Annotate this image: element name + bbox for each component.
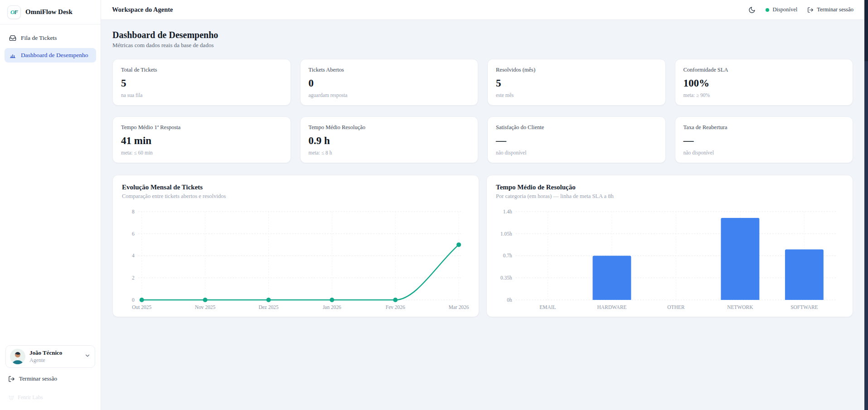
line-chart-subtitle: Comparação entre tickets abertos e resol…: [122, 193, 470, 200]
footer-brand: Fenrir Labs: [5, 390, 95, 406]
bar-network: [721, 218, 759, 300]
svg-text:HARDWARE: HARDWARE: [597, 304, 627, 310]
stat-card-label: Tempo Médio 1ª Resposta: [121, 124, 282, 131]
theme-toggle-button[interactable]: [748, 6, 756, 14]
svg-text:6: 6: [132, 231, 135, 236]
stat-card-value: 5: [121, 78, 282, 88]
stat-card-sub: não disponível: [684, 150, 845, 155]
header-logout-button[interactable]: Terminar sessão: [807, 6, 853, 13]
sidebar-bottom: João Técnico Agente Terminar sessão Fenr…: [0, 341, 101, 410]
logout-icon: [8, 376, 15, 382]
svg-text:Nov 2025: Nov 2025: [195, 304, 216, 310]
stat-card: Satisfação do Cliente—não disponível: [487, 116, 666, 163]
avatar: [10, 349, 25, 364]
brand: OF OmniFlow Desk: [0, 0, 101, 24]
sidebar-nav: Fila de TicketsDashboard de Desempenho: [0, 24, 101, 69]
header-logout-label: Terminar sessão: [817, 6, 853, 13]
line-chart-title: Evolução Mensal de Tickets: [122, 183, 470, 191]
svg-text:Dez 2025: Dez 2025: [258, 304, 278, 310]
moon-icon: [748, 6, 756, 14]
svg-text:SOFTWARE: SOFTWARE: [790, 304, 818, 310]
charts-grid: Evolução Mensal de Tickets Comparação en…: [112, 175, 853, 317]
stat-card: Tempo Médio Resolução0.9 hmeta: ≤ 8 h: [300, 116, 479, 163]
stat-card-sub: meta: ≥ 90%: [684, 92, 845, 98]
topbar-actions: Disponível Terminar sessão: [748, 6, 853, 14]
bar-chart-title: Tempo Médio de Resolução: [496, 183, 844, 191]
stat-card-label: Conformidade SLA: [684, 67, 845, 73]
app-window: OF OmniFlow Desk Fila de TicketsDashboar…: [0, 0, 864, 410]
page-subtitle: Métricas com dados reais da base de dado…: [112, 42, 853, 49]
stat-card-value: 100%: [684, 78, 845, 88]
line-chart-panel: Evolução Mensal de Tickets Comparação en…: [112, 175, 479, 317]
stat-card: Total de Tickets5na sua fila: [112, 59, 291, 106]
svg-text:OTHER: OTHER: [667, 304, 684, 310]
stat-card-value: 0: [309, 78, 470, 88]
svg-text:NETWORK: NETWORK: [727, 304, 753, 310]
user-menu[interactable]: João Técnico Agente: [5, 345, 95, 368]
stat-card-label: Taxa de Reabertura: [684, 124, 845, 131]
svg-text:0.7h: 0.7h: [503, 253, 512, 258]
topbar: Workspace do Agente Disponível Terminar …: [101, 0, 864, 20]
logout-icon: [807, 7, 814, 13]
stat-card-value: 5: [496, 78, 657, 88]
sidebar-logout-label: Terminar sessão: [19, 375, 57, 382]
svg-text:1.4h: 1.4h: [503, 209, 512, 214]
sidebar-logout-button[interactable]: Terminar sessão: [5, 373, 95, 384]
sidebar-item-label: Dashboard de Desempenho: [21, 52, 88, 59]
user-meta: João Técnico Agente: [29, 349, 80, 363]
bar-chart-icon: [9, 52, 16, 59]
stat-card-value: —: [496, 135, 657, 146]
availability-status[interactable]: Disponível: [766, 6, 797, 13]
stat-card: Conformidade SLA100%meta: ≥ 90%: [675, 59, 853, 106]
stat-cards-grid: Total de Tickets5na sua filaTickets Aber…: [112, 59, 853, 163]
stat-card-value: —: [684, 135, 845, 146]
stat-card-sub: meta: ≤ 8 h: [309, 150, 470, 155]
bar-chart-panel: Tempo Médio de Resolução Por categoria (…: [486, 175, 853, 317]
svg-text:EMAIL: EMAIL: [539, 304, 556, 310]
svg-text:Mar 2026: Mar 2026: [449, 304, 469, 310]
svg-text:2: 2: [132, 275, 135, 280]
sidebar: OF OmniFlow Desk Fila de TicketsDashboar…: [0, 0, 101, 410]
svg-text:0h: 0h: [507, 297, 512, 303]
svg-text:4: 4: [132, 253, 135, 258]
stat-card-label: Total de Tickets: [121, 67, 282, 73]
stat-card-label: Satisfação do Cliente: [496, 124, 657, 131]
content: Dashboard de Desempenho Métricas com dad…: [101, 20, 864, 410]
stat-card-sub: na sua fila: [121, 92, 282, 98]
bar-chart-subtitle: Por categoria (em horas) — linha de meta…: [496, 193, 844, 200]
sidebar-item-fila-de-tickets[interactable]: Fila de Tickets: [5, 31, 96, 45]
stat-card: Taxa de Reabertura—não disponível: [675, 116, 853, 163]
stat-card-label: Tickets Abertos: [309, 67, 470, 73]
bar-chart: 0h0.35h0.7h1.05h1.4hEMAILHARDWAREOTHERNE…: [496, 206, 844, 313]
svg-text:0: 0: [132, 297, 135, 303]
stat-card-sub: aguardam resposta: [309, 92, 470, 98]
stat-card-value: 0.9 h: [309, 135, 470, 146]
stat-card: Resolvidos (mês)5este mês: [487, 59, 666, 106]
page-title: Dashboard de Desempenho: [112, 30, 853, 40]
status-label: Disponível: [772, 6, 797, 13]
scrollbar-thumb[interactable]: [864, 0, 868, 61]
stat-card-label: Tempo Médio Resolução: [309, 124, 470, 131]
svg-text:8: 8: [132, 209, 135, 214]
user-name: João Técnico: [29, 349, 80, 357]
stat-card-sub: este mês: [496, 92, 657, 98]
stat-card-sub: não disponível: [496, 150, 657, 155]
wolf-icon: [8, 395, 15, 401]
scrollbar[interactable]: [864, 0, 868, 410]
svg-text:Out 2025: Out 2025: [132, 304, 151, 310]
omniflow-logo-icon: OF: [7, 5, 21, 19]
stat-card: Tempo Médio 1ª Resposta41 minmeta: ≤ 60 …: [112, 116, 291, 163]
svg-text:0.35h: 0.35h: [500, 275, 512, 280]
stat-card-label: Resolvidos (mês): [496, 67, 657, 73]
user-role: Agente: [29, 357, 80, 364]
sidebar-item-dashboard-de-desempenho[interactable]: Dashboard de Desempenho: [5, 48, 96, 63]
workspace-title: Workspace do Agente: [112, 6, 173, 14]
svg-text:Fev 2026: Fev 2026: [386, 304, 405, 310]
status-dot: [766, 8, 769, 12]
bar-hardware: [592, 256, 631, 300]
inbox-icon: [9, 34, 16, 42]
chevron-down-icon: [84, 352, 91, 361]
footer-brand-label: Fenrir Labs: [18, 394, 43, 401]
bar-software: [785, 250, 824, 300]
svg-text:Jan 2026: Jan 2026: [323, 304, 341, 310]
